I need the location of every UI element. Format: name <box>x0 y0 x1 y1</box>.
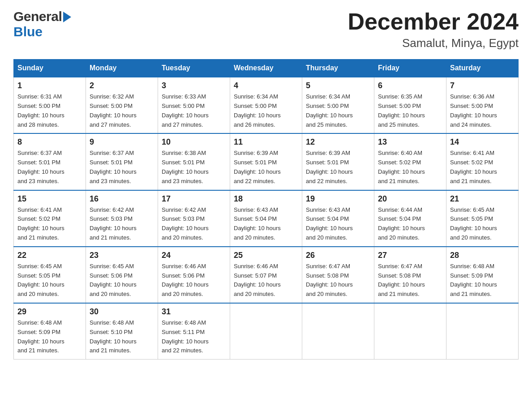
day-info: Sunrise: 6:41 AM Sunset: 5:02 PM Dayligh… <box>450 149 515 186</box>
day-number: 2 <box>90 81 154 90</box>
table-row <box>302 303 374 360</box>
logo-blue-text: Blue <box>13 24 71 39</box>
day-number: 9 <box>90 137 154 147</box>
calendar-week-row: 8 Sunrise: 6:37 AM Sunset: 5:01 PM Dayli… <box>14 133 519 190</box>
table-row: 5 Sunrise: 6:34 AM Sunset: 5:00 PM Dayli… <box>302 77 374 133</box>
table-row: 3 Sunrise: 6:33 AM Sunset: 5:00 PM Dayli… <box>158 77 230 133</box>
day-info: Sunrise: 6:34 AM Sunset: 5:00 PM Dayligh… <box>234 92 298 129</box>
day-number: 7 <box>450 81 515 90</box>
table-row: 2 Sunrise: 6:32 AM Sunset: 5:00 PM Dayli… <box>86 77 158 133</box>
day-number: 1 <box>17 81 82 90</box>
day-number: 16 <box>90 194 154 204</box>
table-row: 6 Sunrise: 6:35 AM Sunset: 5:00 PM Dayli… <box>374 77 446 133</box>
day-info: Sunrise: 6:45 AM Sunset: 5:05 PM Dayligh… <box>17 262 82 299</box>
day-info: Sunrise: 6:43 AM Sunset: 5:04 PM Dayligh… <box>306 206 370 243</box>
day-info: Sunrise: 6:46 AM Sunset: 5:06 PM Dayligh… <box>162 262 226 299</box>
day-info: Sunrise: 6:44 AM Sunset: 5:04 PM Dayligh… <box>378 206 442 243</box>
calendar-week-row: 15 Sunrise: 6:41 AM Sunset: 5:02 PM Dayl… <box>14 190 519 247</box>
day-info: Sunrise: 6:47 AM Sunset: 5:08 PM Dayligh… <box>306 262 370 299</box>
day-info: Sunrise: 6:41 AM Sunset: 5:02 PM Dayligh… <box>17 206 82 243</box>
day-number: 5 <box>306 81 370 90</box>
day-number: 10 <box>162 137 226 147</box>
day-number: 8 <box>17 137 82 147</box>
table-row: 23 Sunrise: 6:45 AM Sunset: 5:06 PM Dayl… <box>86 247 158 303</box>
day-number: 17 <box>162 194 226 204</box>
day-number: 13 <box>378 137 442 147</box>
day-info: Sunrise: 6:42 AM Sunset: 5:03 PM Dayligh… <box>90 206 154 243</box>
page-subtitle: Samalut, Minya, Egypt <box>348 36 519 50</box>
day-number: 24 <box>162 251 226 260</box>
table-row: 31 Sunrise: 6:48 AM Sunset: 5:11 PM Dayl… <box>158 303 230 360</box>
calendar-table: Sunday Monday Tuesday Wednesday Thursday… <box>13 59 519 360</box>
table-row: 11 Sunrise: 6:39 AM Sunset: 5:01 PM Dayl… <box>230 133 302 190</box>
day-info: Sunrise: 6:48 AM Sunset: 5:10 PM Dayligh… <box>90 318 154 355</box>
table-row: 10 Sunrise: 6:38 AM Sunset: 5:01 PM Dayl… <box>158 133 230 190</box>
day-number: 12 <box>306 137 370 147</box>
day-number: 31 <box>162 307 226 317</box>
day-number: 18 <box>234 194 298 204</box>
day-number: 4 <box>234 81 298 90</box>
day-info: Sunrise: 6:38 AM Sunset: 5:01 PM Dayligh… <box>162 149 226 186</box>
day-number: 3 <box>162 81 226 90</box>
table-row: 19 Sunrise: 6:43 AM Sunset: 5:04 PM Dayl… <box>302 190 374 247</box>
day-info: Sunrise: 6:40 AM Sunset: 5:02 PM Dayligh… <box>378 149 442 186</box>
table-row: 18 Sunrise: 6:43 AM Sunset: 5:04 PM Dayl… <box>230 190 302 247</box>
calendar-week-row: 29 Sunrise: 6:48 AM Sunset: 5:09 PM Dayl… <box>14 303 519 360</box>
day-number: 21 <box>450 194 515 204</box>
table-row: 9 Sunrise: 6:37 AM Sunset: 5:01 PM Dayli… <box>86 133 158 190</box>
page-title: December 2024 <box>348 9 519 34</box>
day-info: Sunrise: 6:35 AM Sunset: 5:00 PM Dayligh… <box>378 92 442 129</box>
table-row: 14 Sunrise: 6:41 AM Sunset: 5:02 PM Dayl… <box>446 133 519 190</box>
day-info: Sunrise: 6:43 AM Sunset: 5:04 PM Dayligh… <box>234 206 298 243</box>
col-header-thursday: Thursday <box>302 60 374 77</box>
table-row: 12 Sunrise: 6:39 AM Sunset: 5:01 PM Dayl… <box>302 133 374 190</box>
day-number: 23 <box>90 251 154 260</box>
day-number: 28 <box>450 251 515 260</box>
day-number: 25 <box>234 251 298 260</box>
col-header-tuesday: Tuesday <box>158 60 230 77</box>
col-header-sunday: Sunday <box>14 60 86 77</box>
day-info: Sunrise: 6:39 AM Sunset: 5:01 PM Dayligh… <box>234 149 298 186</box>
day-number: 19 <box>306 194 370 204</box>
title-block: December 2024 Samalut, Minya, Egypt <box>348 9 519 50</box>
day-number: 27 <box>378 251 442 260</box>
col-header-monday: Monday <box>86 60 158 77</box>
table-row <box>374 303 446 360</box>
table-row: 4 Sunrise: 6:34 AM Sunset: 5:00 PM Dayli… <box>230 77 302 133</box>
table-row: 27 Sunrise: 6:47 AM Sunset: 5:08 PM Dayl… <box>374 247 446 303</box>
col-header-friday: Friday <box>374 60 446 77</box>
day-info: Sunrise: 6:48 AM Sunset: 5:09 PM Dayligh… <box>450 262 515 299</box>
table-row: 26 Sunrise: 6:47 AM Sunset: 5:08 PM Dayl… <box>302 247 374 303</box>
day-number: 26 <box>306 251 370 260</box>
table-row: 16 Sunrise: 6:42 AM Sunset: 5:03 PM Dayl… <box>86 190 158 247</box>
day-info: Sunrise: 6:45 AM Sunset: 5:06 PM Dayligh… <box>90 262 154 299</box>
day-number: 15 <box>17 194 82 204</box>
calendar-week-row: 22 Sunrise: 6:45 AM Sunset: 5:05 PM Dayl… <box>14 247 519 303</box>
day-number: 6 <box>378 81 442 90</box>
table-row <box>230 303 302 360</box>
table-row: 13 Sunrise: 6:40 AM Sunset: 5:02 PM Dayl… <box>374 133 446 190</box>
day-number: 11 <box>234 137 298 147</box>
table-row: 20 Sunrise: 6:44 AM Sunset: 5:04 PM Dayl… <box>374 190 446 247</box>
table-row: 15 Sunrise: 6:41 AM Sunset: 5:02 PM Dayl… <box>14 190 86 247</box>
calendar-week-row: 1 Sunrise: 6:31 AM Sunset: 5:00 PM Dayli… <box>14 77 519 133</box>
day-info: Sunrise: 6:37 AM Sunset: 5:01 PM Dayligh… <box>90 149 154 186</box>
logo-general-text: General <box>13 9 62 24</box>
day-info: Sunrise: 6:42 AM Sunset: 5:03 PM Dayligh… <box>162 206 226 243</box>
logo-arrow-icon <box>63 12 71 22</box>
day-info: Sunrise: 6:31 AM Sunset: 5:00 PM Dayligh… <box>17 92 82 129</box>
table-row: 22 Sunrise: 6:45 AM Sunset: 5:05 PM Dayl… <box>14 247 86 303</box>
table-row: 8 Sunrise: 6:37 AM Sunset: 5:01 PM Dayli… <box>14 133 86 190</box>
table-row: 24 Sunrise: 6:46 AM Sunset: 5:06 PM Dayl… <box>158 247 230 303</box>
col-header-saturday: Saturday <box>446 60 519 77</box>
day-number: 30 <box>90 307 154 317</box>
logo: General Blue <box>13 9 71 39</box>
day-info: Sunrise: 6:33 AM Sunset: 5:00 PM Dayligh… <box>162 92 226 129</box>
day-info: Sunrise: 6:45 AM Sunset: 5:05 PM Dayligh… <box>450 206 515 243</box>
page-header: General Blue December 2024 Samalut, Miny… <box>13 9 519 50</box>
day-number: 14 <box>450 137 515 147</box>
day-info: Sunrise: 6:47 AM Sunset: 5:08 PM Dayligh… <box>378 262 442 299</box>
calendar-header-row: Sunday Monday Tuesday Wednesday Thursday… <box>14 60 519 77</box>
table-row: 7 Sunrise: 6:36 AM Sunset: 5:00 PM Dayli… <box>446 77 519 133</box>
day-number: 29 <box>17 307 82 317</box>
